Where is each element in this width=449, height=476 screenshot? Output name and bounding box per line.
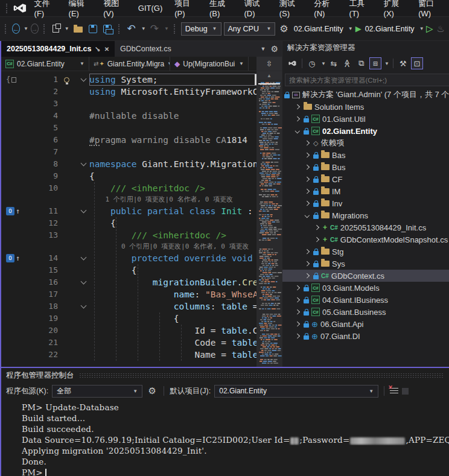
menu-item-s[interactable]: 测试(S)	[273, 0, 308, 21]
new-project-icon[interactable]	[51, 24, 61, 34]
tree-item-stg[interactable]: Stg	[282, 246, 449, 258]
code-text[interactable]: namespace Giant.Entity.Migrations	[89, 158, 256, 170]
sync-with-active-document-icon[interactable]: ⇆	[328, 57, 340, 69]
tree-chevron-icon[interactable]	[294, 286, 301, 290]
gear-icon[interactable]: ⚙	[278, 22, 290, 36]
tree-item-05-giant-business[interactable]: C#05.Giant.Business	[282, 306, 449, 318]
breadcrumb-type-select[interactable]: ⇄ ✦ Giant.Entity.Migra ▼	[89, 57, 170, 71]
startup-project-label[interactable]: 02.Giant.Entity	[294, 25, 343, 33]
codelens-text[interactable]: 1 个引用|0 项更改|0 名作者, 0 项更改	[89, 194, 256, 205]
codelens-text[interactable]: 0 个引用|0 项更改|0 名作者, 0 项更改	[89, 241, 256, 252]
code-text[interactable]	[89, 146, 256, 158]
tree-chevron-icon[interactable]	[294, 129, 301, 133]
tree-item----[interactable]: ◇依赖项	[282, 137, 449, 149]
tree-item-01-giant-util[interactable]: C#01.Giant.Util	[282, 113, 449, 125]
tree-item-20250513084429-init-cs[interactable]: +C#20250513084429_Init.cs	[282, 221, 449, 233]
navigate-forward-icon[interactable]: →	[31, 24, 39, 34]
chevron-down-icon[interactable]: ▼	[141, 26, 146, 31]
undo-icon[interactable]: ↶	[126, 21, 138, 36]
package-source-settings-gear-icon[interactable]: ⚙	[146, 385, 158, 397]
open-file-icon[interactable]	[72, 24, 84, 34]
tab-init-cs[interactable]: 20250513084429_Init.cs ⊸ ✕	[1, 41, 115, 57]
editor-splitter-handle[interactable]: ⇳	[256, 57, 282, 71]
clear-console-icon[interactable]	[390, 388, 398, 395]
tree-item-migrations[interactable]: Migrations	[282, 209, 449, 221]
tree-item-im[interactable]: IM	[282, 185, 449, 197]
breadcrumb-project-select[interactable]: C# 02.Giant.Entity ▼	[1, 57, 89, 71]
menu-item-n[interactable]: 分析(N)	[308, 0, 343, 21]
save-icon[interactable]	[87, 24, 99, 34]
default-project-select[interactable]: 02.Giant.Entity ▼	[214, 385, 378, 398]
console-output[interactable]: PM> Update-DatabaseBuild started...Build…	[1, 399, 449, 476]
tree-item-gdbcontext-cs[interactable]: C#GDbContext.cs	[282, 270, 449, 282]
chevron-down-icon[interactable]: ▼	[65, 26, 69, 31]
toolbar-grip[interactable]	[5, 24, 7, 34]
redo-icon[interactable]: ↷	[148, 21, 161, 36]
tree-chevron-icon[interactable]	[304, 189, 311, 193]
tree-chevron-icon[interactable]	[294, 298, 301, 302]
code-text[interactable]	[89, 98, 256, 110]
code-text[interactable]: name: "Bas_WhseArea",	[89, 288, 256, 300]
tree-chevron-icon[interactable]	[294, 310, 301, 314]
fold-chevron-icon[interactable]	[80, 255, 86, 261]
tree-chevron-icon[interactable]	[304, 214, 311, 217]
tree-item-03-giant-models[interactable]: C#03.Giant.Models	[282, 282, 449, 294]
tree-chevron-icon[interactable]	[304, 141, 311, 145]
toolbar-grip[interactable]	[6, 4, 9, 13]
code-text[interactable]: {	[89, 170, 256, 182]
tree-item-04-giant-ibusiness[interactable]: C#04.Giant.IBusiness	[282, 294, 449, 306]
package-source-select[interactable]: 全部 ▼	[52, 385, 142, 398]
code-text[interactable]: {	[89, 217, 256, 229]
menu-item-d[interactable]: 调试(D)	[238, 0, 273, 21]
chevron-down-icon[interactable]: ▼	[348, 26, 353, 31]
tree-item-bas[interactable]: Bas	[282, 149, 449, 161]
navigate-back-icon[interactable]: ←	[12, 24, 20, 34]
chevron-down-icon[interactable]: ▼	[321, 61, 326, 66]
minimap-canvas[interactable]	[256, 80, 282, 367]
tree-item-gdbcontextmodelsnapshot-cs[interactable]: +C#GDbContextModelSnapshot.cs	[282, 233, 449, 246]
tree-item-cf[interactable]: CF	[282, 173, 449, 185]
chevron-down-icon[interactable]: ▼	[419, 26, 424, 31]
menu-item-x[interactable]: 扩展(X)	[378, 0, 413, 21]
tree-chevron-icon[interactable]	[304, 153, 311, 157]
code-text[interactable]	[89, 122, 256, 134]
tree-chevron-icon[interactable]	[294, 105, 301, 109]
fold-chevron-icon[interactable]	[80, 303, 86, 309]
menu-item-v[interactable]: 视图(V)	[97, 0, 132, 21]
tab-list-chevron-icon[interactable]: ▼	[261, 46, 266, 52]
start-without-debug-icon[interactable]: ▶	[427, 24, 433, 33]
run-target-label[interactable]: 02.Giant.Entity	[365, 25, 415, 33]
chevron-down-icon[interactable]: ▼	[384, 61, 389, 66]
tab-gdbcontext-cs[interactable]: GDbContext.cs	[115, 41, 177, 57]
code-text[interactable]: public partial class Init : Migration	[89, 205, 256, 217]
start-debug-icon[interactable]: ▶	[355, 24, 361, 33]
tree-chevron-icon[interactable]	[304, 274, 311, 278]
solution-configuration-select[interactable]: Debug▼	[181, 22, 221, 36]
tree-chevron-icon[interactable]	[304, 250, 311, 253]
code-text[interactable]: {	[89, 313, 256, 325]
fold-chevron-icon[interactable]	[80, 160, 86, 167]
fold-chevron-icon[interactable]	[80, 279, 86, 285]
toolbar-grip[interactable]	[118, 24, 121, 34]
minimap-scrollbar[interactable]: ▲	[256, 71, 282, 367]
pin-icon[interactable]: ⊸	[93, 44, 103, 54]
menu-item-e[interactable]: 编辑(E)	[63, 0, 98, 21]
properties-wrench-icon[interactable]: ⚒	[397, 57, 409, 69]
hot-reload-icon[interactable]: ♨	[435, 22, 447, 36]
menu-item-b[interactable]: 生成(B)	[203, 0, 238, 21]
menu-item-gitg[interactable]: GIT(G)	[132, 1, 168, 15]
code-text[interactable]: /// <inheritdoc />	[89, 182, 256, 194]
tree-chevron-icon[interactable]	[294, 334, 301, 338]
code-text[interactable]: columns: table => new	[89, 300, 256, 313]
panel-title-bar[interactable]: 程序包管理器控制台	[1, 368, 449, 382]
code-text[interactable]: #nullable disable	[89, 110, 256, 122]
code-editor[interactable]: {1using System;2using Microsoft.EntityFr…	[1, 71, 282, 367]
show-all-files-icon[interactable]: ⧉	[355, 57, 368, 69]
menu-item-f[interactable]: 文件(F)	[28, 0, 63, 21]
save-all-icon[interactable]	[101, 24, 113, 34]
tree-chevron-icon[interactable]	[304, 202, 311, 205]
code-text[interactable]: migrationBuilder.CreateTable(	[89, 276, 256, 288]
code-text[interactable]: Name = table.Column<string>(	[89, 349, 256, 361]
tree-chevron-icon[interactable]	[294, 117, 301, 121]
code-text[interactable]: Code = table.Column<string>(	[89, 337, 256, 349]
